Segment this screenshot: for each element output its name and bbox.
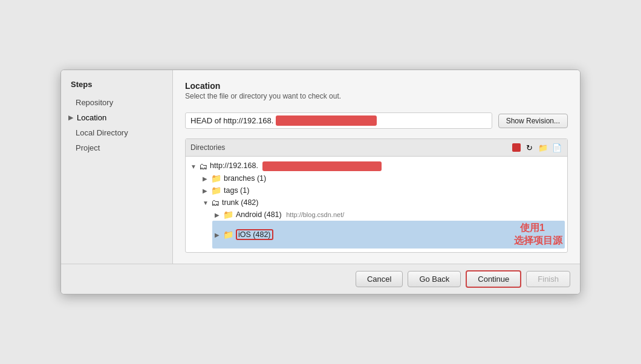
project-label: Project (76, 143, 100, 152)
tags-folder-icon: 📁 (211, 186, 221, 195)
refresh-icon[interactable]: ↻ (524, 142, 535, 153)
dir-toolbar: ↻ 📁 📄 (512, 142, 562, 153)
local-directory-label: Local Directory (76, 128, 128, 137)
tree-children-trunk: ▶ 📁 Android (481) http://blog.csdn.net/ … (200, 209, 565, 249)
steps-panel: Steps Repository ▶ Location Local Direct… (61, 70, 173, 264)
root-folder-icon: 🗂 (199, 161, 207, 171)
csdn-watermark: http://blog.csdn.net/ (286, 211, 344, 218)
ios-folder-icon: 📁 (223, 230, 233, 239)
continue-button[interactable]: Continue (466, 270, 521, 288)
branches-toggle: ▶ (203, 175, 211, 182)
root-toggle: ▼ (190, 163, 199, 170)
root-label: http://192.168. (210, 161, 562, 171)
section-header: Location Select the file or directory yo… (185, 81, 568, 106)
annotation-line1: 使用1 (520, 223, 545, 233)
url-prefix: HEAD of http://192.168. (190, 116, 273, 125)
show-revision-button[interactable]: Show Revision... (498, 114, 568, 128)
sidebar-item-project[interactable]: Project (61, 140, 172, 155)
android-toggle: ▶ (215, 212, 223, 218)
main-content: Location Select the file or directory yo… (173, 70, 580, 264)
folder-add-icon[interactable]: 📁 (538, 142, 548, 153)
directories-label: Directories (190, 143, 225, 152)
ios-label-bordered: iOS (482) (236, 229, 273, 240)
directories-header: Directories ↻ 📁 📄 (186, 139, 567, 157)
tree-item-branches[interactable]: ▶ 📁 branches (1) (200, 172, 565, 184)
tree-children-root: ▶ 📁 branches (1) ▶ 📁 tags (1) ▼ (188, 172, 565, 249)
location-label: Location (77, 113, 106, 122)
tags-label: tags (1) (224, 186, 562, 195)
trunk-toggle: ▼ (203, 200, 211, 206)
section-title: Location (185, 81, 568, 91)
dialog-body: Steps Repository ▶ Location Local Direct… (61, 70, 580, 264)
dialog-footer: Cancel Go Back Continue Finish (61, 264, 580, 294)
sidebar-item-location[interactable]: ▶ Location (61, 110, 172, 125)
checkout-dialog: Steps Repository ▶ Location Local Direct… (60, 70, 581, 294)
tree-item-trunk[interactable]: ▼ 🗂 trunk (482) (200, 197, 565, 209)
tree-item-tags[interactable]: ▶ 📁 tags (1) (200, 184, 565, 197)
cancel-button[interactable]: Cancel (356, 271, 403, 287)
directories-panel: Directories ↻ 📁 📄 ▼ 🗂 http (185, 138, 568, 253)
tree-root-item[interactable]: ▼ 🗂 http://192.168. (188, 160, 565, 172)
ios-toggle: ▶ (215, 232, 223, 238)
annotation-line2: 选择项目源 (514, 235, 562, 245)
sidebar-item-local-directory[interactable]: Local Directory (61, 125, 172, 140)
annotation-container: 使用1 选择项目源 (514, 222, 562, 247)
url-display[interactable]: HEAD of http://192.168. (185, 112, 492, 129)
url-row: HEAD of http://192.168. Show Revision... (185, 112, 568, 129)
ios-label: iOS (482) (236, 229, 514, 240)
repository-label: Repository (76, 98, 113, 107)
steps-title: Steps (61, 80, 172, 95)
tree-container: ▼ 🗂 http://192.168. ▶ 📁 (186, 157, 567, 252)
url-redacted (276, 115, 377, 126)
file-icon[interactable]: 📄 (552, 142, 562, 153)
trunk-folder-icon: 🗂 (211, 198, 220, 207)
tree-item-android[interactable]: ▶ 📁 Android (481) http://blog.csdn.net/ (212, 209, 565, 221)
chevron-right-icon: ▶ (68, 114, 73, 122)
section-subtitle: Select the file or directory you want to… (185, 92, 568, 100)
root-redacted (262, 161, 382, 171)
branches-label: branches (1) (224, 174, 562, 183)
trunk-label: trunk (482) (222, 198, 562, 207)
branches-folder-icon: 📁 (211, 174, 221, 183)
finish-button: Finish (526, 271, 570, 287)
go-back-button[interactable]: Go Back (408, 271, 461, 287)
android-folder-icon: 📁 (223, 210, 233, 219)
tree-item-ios[interactable]: ▶ 📁 iOS (482) 使用1 选择项目源 (212, 221, 565, 249)
delete-icon[interactable] (512, 143, 521, 152)
android-label: Android (481) http://blog.csdn.net/ (236, 210, 562, 219)
sidebar-item-repository[interactable]: Repository (61, 95, 172, 110)
tags-toggle: ▶ (203, 187, 211, 194)
